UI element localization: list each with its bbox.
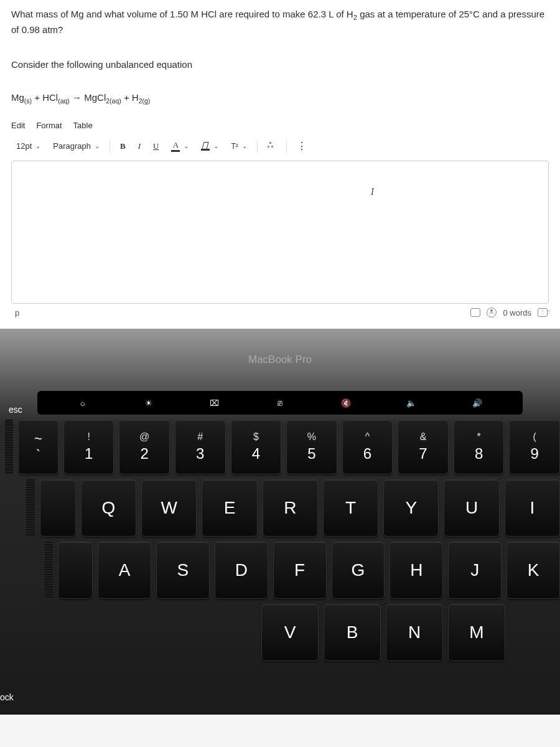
tab-format[interactable]: Format bbox=[36, 121, 62, 130]
equation-text: Mg(s) + HCl(aq) → MgCl2(aq) + H2(g) bbox=[11, 92, 549, 105]
question-text: What mass of Mg and what volume of 1.50 … bbox=[11, 7, 549, 37]
key-upper: ( bbox=[533, 431, 536, 443]
speaker-grille bbox=[45, 542, 53, 599]
key-upper: $ bbox=[253, 431, 259, 443]
key-lower: 4 bbox=[252, 445, 260, 463]
key-s[interactable]: S bbox=[156, 542, 210, 599]
key-4[interactable]: $4 bbox=[231, 420, 282, 474]
key-lower: 2 bbox=[141, 445, 149, 463]
key-a[interactable]: A bbox=[98, 542, 151, 599]
key-5[interactable]: %5 bbox=[286, 420, 337, 474]
key-lower: 3 bbox=[196, 445, 204, 463]
separator bbox=[110, 140, 110, 153]
bottom-row: VBNM bbox=[261, 604, 560, 661]
accessibility-icon[interactable] bbox=[487, 308, 497, 317]
separator bbox=[286, 140, 287, 153]
tab-edit[interactable]: Edit bbox=[11, 121, 25, 130]
highlight-button[interactable] bbox=[196, 139, 223, 153]
resize-handle[interactable] bbox=[538, 308, 548, 317]
key-upper: * bbox=[477, 431, 480, 443]
key-1[interactable]: !1 bbox=[63, 420, 114, 474]
key-h[interactable]: H bbox=[390, 542, 443, 599]
superscript-button[interactable]: T² bbox=[226, 139, 251, 153]
key-w[interactable]: W bbox=[141, 479, 197, 537]
speaker-grille bbox=[5, 420, 13, 474]
instruction-text: Consider the following unbalanced equati… bbox=[11, 59, 549, 70]
editor-tabs: Edit Format Table bbox=[11, 117, 549, 134]
keyboard-icon[interactable] bbox=[470, 308, 480, 317]
key-v[interactable]: V bbox=[261, 604, 319, 661]
bold-button[interactable]: B bbox=[115, 139, 131, 154]
key-lower: 8 bbox=[475, 445, 483, 463]
tab-key-edge[interactable] bbox=[40, 479, 76, 537]
font-size-select[interactable]: 12pt bbox=[11, 139, 45, 153]
word-count: 0 words bbox=[503, 308, 531, 317]
key-upper: @ bbox=[139, 431, 149, 443]
caps-key-edge[interactable] bbox=[58, 542, 93, 599]
speaker-grille bbox=[26, 479, 35, 537]
key-f[interactable]: F bbox=[273, 542, 327, 599]
editor-status-bar: p 0 words bbox=[11, 304, 549, 321]
key-lower: 5 bbox=[307, 445, 315, 463]
key-upper: ^ bbox=[365, 431, 370, 443]
key-g[interactable]: G bbox=[332, 542, 385, 599]
key-upper: & bbox=[420, 431, 427, 443]
key-upper: ~ bbox=[34, 431, 42, 447]
more-button[interactable]: ⋮ bbox=[292, 139, 310, 153]
key-e[interactable]: E bbox=[202, 479, 257, 537]
paragraph-select[interactable]: Paragraph bbox=[48, 139, 105, 153]
key-lower: 9 bbox=[530, 445, 538, 463]
key-k[interactable]: K bbox=[506, 542, 560, 599]
key-3[interactable]: #3 bbox=[175, 420, 226, 474]
number-row: ~ ` !1@2#3$4%5^6&7*8(9 bbox=[5, 420, 560, 474]
key-q[interactable]: Q bbox=[81, 479, 136, 537]
italic-button[interactable]: I bbox=[133, 139, 146, 154]
keyboard-light-up-icon[interactable]: ⎚ bbox=[247, 398, 313, 408]
key-upper: ! bbox=[87, 431, 90, 443]
brightness-up-icon[interactable]: ☀ bbox=[116, 398, 182, 408]
text-color-icon: A bbox=[171, 140, 180, 152]
key-r[interactable]: R bbox=[263, 479, 318, 537]
volume-up-icon[interactable]: 🔊 bbox=[444, 398, 510, 408]
plugin-icon bbox=[268, 142, 276, 151]
touch-bar: ☼ ☀ ⌧ ⎚ 🔇 🔈 🔊 bbox=[37, 391, 523, 415]
tilde-key[interactable]: ~ ` bbox=[18, 420, 58, 474]
element-path[interactable]: p bbox=[12, 308, 19, 317]
key-j[interactable]: J bbox=[448, 542, 502, 599]
asdf-row: ASDFGHJK bbox=[45, 542, 560, 599]
key-y[interactable]: Y bbox=[383, 479, 439, 537]
key-8[interactable]: *8 bbox=[454, 420, 505, 474]
key-lower: 7 bbox=[419, 445, 427, 463]
plugin-button[interactable] bbox=[263, 139, 281, 153]
editor-toolbar: 12pt Paragraph B I U A T² ⋮ bbox=[11, 134, 549, 161]
separator bbox=[257, 140, 258, 153]
more-icon: ⋮ bbox=[297, 142, 306, 151]
laptop-keyboard-area: MacBook Pro esc ☼ ☀ ⌧ ⎚ 🔇 🔈 🔊 ~ ` !1@2#3… bbox=[0, 329, 560, 715]
tab-table[interactable]: Table bbox=[73, 121, 93, 130]
text-cursor: I bbox=[371, 186, 374, 197]
key-t[interactable]: T bbox=[323, 479, 378, 537]
keyboard-light-down-icon[interactable]: ⌧ bbox=[181, 398, 247, 408]
key-d[interactable]: D bbox=[215, 542, 268, 599]
key-lower: 1 bbox=[85, 445, 93, 463]
key-m[interactable]: M bbox=[448, 604, 505, 661]
volume-down-icon[interactable]: 🔈 bbox=[379, 398, 445, 408]
text-color-button[interactable]: A bbox=[166, 138, 194, 154]
underline-button[interactable]: U bbox=[148, 139, 164, 154]
key-u[interactable]: U bbox=[444, 479, 499, 537]
key-b[interactable]: B bbox=[324, 604, 381, 661]
rich-text-editor[interactable]: I bbox=[11, 161, 549, 304]
key-upper: # bbox=[197, 431, 203, 443]
highlighter-icon bbox=[201, 142, 210, 151]
key-n[interactable]: N bbox=[386, 604, 443, 661]
key-9[interactable]: (9 bbox=[509, 420, 560, 474]
key-7[interactable]: &7 bbox=[398, 420, 449, 474]
key-i[interactable]: I bbox=[505, 479, 560, 537]
mute-icon[interactable]: 🔇 bbox=[313, 398, 379, 408]
key-upper: % bbox=[307, 431, 316, 443]
lock-key-fragment: ock bbox=[0, 692, 14, 702]
brightness-down-icon[interactable]: ☼ bbox=[50, 398, 116, 408]
key-2[interactable]: @2 bbox=[119, 420, 170, 474]
key-lower: ` bbox=[36, 447, 40, 463]
key-6[interactable]: ^6 bbox=[342, 420, 393, 474]
